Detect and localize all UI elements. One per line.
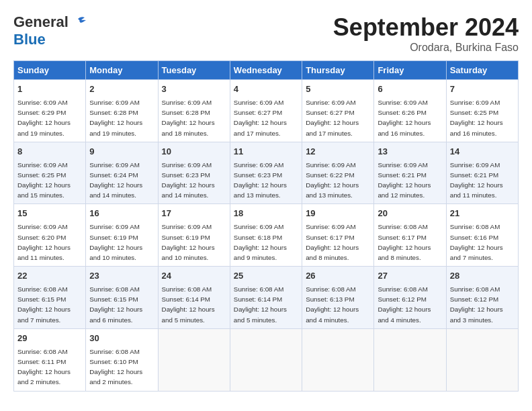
calendar-body: 1Sunrise: 6:09 AMSunset: 6:29 PMDaylight…: [14, 80, 519, 392]
weekday-header: Wednesday: [230, 61, 302, 80]
calendar-week-row: 15Sunrise: 6:09 AMSunset: 6:20 PMDayligh…: [14, 204, 519, 267]
weekday-header: Tuesday: [158, 61, 230, 80]
weekday-header: Thursday: [302, 61, 374, 80]
logo-bird-icon: [71, 16, 86, 28]
day-number: 30: [89, 332, 154, 345]
calendar-cell: 20Sunrise: 6:08 AMSunset: 6:17 PMDayligh…: [374, 204, 446, 267]
calendar-cell: 14Sunrise: 6:09 AMSunset: 6:21 PMDayligh…: [446, 142, 518, 204]
page-header: General Blue September 2024 Orodara, Bur…: [13, 13, 519, 54]
day-number: 16: [89, 208, 154, 220]
logo-general-text: General: [13, 13, 69, 31]
day-number: 26: [306, 270, 370, 283]
day-info: Sunrise: 6:09 AMSunset: 6:24 PMDaylight:…: [89, 161, 142, 199]
calendar-cell: 19Sunrise: 6:09 AMSunset: 6:17 PMDayligh…: [302, 204, 374, 267]
calendar-header-row: SundayMondayTuesdayWednesdayThursdayFrid…: [14, 61, 519, 80]
calendar-cell: 16Sunrise: 6:09 AMSunset: 6:19 PMDayligh…: [86, 204, 158, 267]
day-info: Sunrise: 6:08 AMSunset: 6:15 PMDaylight:…: [17, 285, 71, 324]
day-number: 9: [89, 146, 154, 158]
day-number: 11: [234, 146, 298, 158]
day-info: Sunrise: 6:09 AMSunset: 6:27 PMDaylight:…: [306, 99, 359, 137]
day-info: Sunrise: 6:09 AMSunset: 6:28 PMDaylight:…: [162, 99, 215, 137]
day-info: Sunrise: 6:09 AMSunset: 6:23 PMDaylight:…: [162, 161, 215, 199]
day-info: Sunrise: 6:08 AMSunset: 6:15 PMDaylight:…: [89, 285, 142, 324]
day-info: Sunrise: 6:09 AMSunset: 6:26 PMDaylight:…: [378, 99, 431, 137]
calendar-cell: 27Sunrise: 6:08 AMSunset: 6:12 PMDayligh…: [374, 267, 446, 329]
day-number: 27: [378, 270, 442, 283]
day-info: Sunrise: 6:09 AMSunset: 6:21 PMDaylight:…: [378, 161, 431, 199]
calendar-cell: 26Sunrise: 6:08 AMSunset: 6:13 PMDayligh…: [302, 267, 374, 329]
day-number: 12: [306, 146, 370, 158]
calendar-cell: 18Sunrise: 6:09 AMSunset: 6:18 PMDayligh…: [230, 204, 302, 267]
day-number: 19: [306, 208, 370, 220]
day-number: 21: [450, 208, 515, 220]
day-info: Sunrise: 6:09 AMSunset: 6:21 PMDaylight:…: [450, 161, 503, 199]
calendar-cell: 6Sunrise: 6:09 AMSunset: 6:26 PMDaylight…: [374, 80, 446, 142]
calendar-table: SundayMondayTuesdayWednesdayThursdayFrid…: [13, 60, 519, 392]
day-number: 13: [378, 146, 442, 158]
calendar-cell: 9Sunrise: 6:09 AMSunset: 6:24 PMDaylight…: [86, 142, 158, 204]
day-number: 4: [234, 83, 298, 96]
logo-blue-text: Blue: [13, 31, 46, 48]
day-info: Sunrise: 6:08 AMSunset: 6:12 PMDaylight:…: [378, 285, 431, 324]
day-info: Sunrise: 6:09 AMSunset: 6:22 PMDaylight:…: [306, 161, 359, 199]
day-number: 20: [378, 208, 442, 220]
day-number: 7: [450, 83, 515, 96]
calendar-week-row: 8Sunrise: 6:09 AMSunset: 6:25 PMDaylight…: [14, 142, 519, 204]
calendar-cell: [374, 328, 446, 391]
day-number: 5: [306, 83, 370, 96]
calendar-cell: 15Sunrise: 6:09 AMSunset: 6:20 PMDayligh…: [14, 204, 86, 267]
title-area: September 2024 Orodara, Burkina Faso: [333, 13, 519, 54]
calendar-cell: 8Sunrise: 6:09 AMSunset: 6:25 PMDaylight…: [14, 142, 86, 204]
day-number: 15: [17, 208, 82, 220]
day-info: Sunrise: 6:09 AMSunset: 6:19 PMDaylight:…: [89, 223, 142, 261]
calendar-cell: [158, 328, 230, 391]
day-number: 8: [17, 146, 82, 158]
month-title: September 2024: [333, 13, 519, 42]
day-info: Sunrise: 6:09 AMSunset: 6:18 PMDaylight:…: [234, 223, 287, 261]
calendar-cell: 2Sunrise: 6:09 AMSunset: 6:28 PMDaylight…: [86, 80, 158, 142]
day-info: Sunrise: 6:09 AMSunset: 6:29 PMDaylight:…: [17, 99, 71, 137]
day-info: Sunrise: 6:09 AMSunset: 6:17 PMDaylight:…: [306, 223, 359, 261]
weekday-header: Friday: [374, 61, 446, 80]
day-info: Sunrise: 6:09 AMSunset: 6:25 PMDaylight:…: [17, 161, 71, 199]
day-number: 1: [17, 83, 82, 96]
day-info: Sunrise: 6:09 AMSunset: 6:19 PMDaylight:…: [162, 223, 215, 261]
calendar-week-row: 22Sunrise: 6:08 AMSunset: 6:15 PMDayligh…: [14, 267, 519, 329]
calendar-cell: 17Sunrise: 6:09 AMSunset: 6:19 PMDayligh…: [158, 204, 230, 267]
calendar-cell: 22Sunrise: 6:08 AMSunset: 6:15 PMDayligh…: [14, 267, 86, 329]
calendar-week-row: 29Sunrise: 6:08 AMSunset: 6:11 PMDayligh…: [14, 328, 519, 391]
day-number: 18: [234, 208, 298, 220]
day-info: Sunrise: 6:08 AMSunset: 6:11 PMDaylight:…: [17, 348, 71, 386]
day-number: 2: [89, 83, 154, 96]
day-number: 17: [162, 208, 226, 220]
weekday-header: Sunday: [14, 61, 86, 80]
day-info: Sunrise: 6:09 AMSunset: 6:20 PMDaylight:…: [17, 223, 71, 261]
day-info: Sunrise: 6:09 AMSunset: 6:25 PMDaylight:…: [450, 99, 503, 137]
day-number: 28: [450, 270, 515, 283]
day-number: 6: [378, 83, 442, 96]
calendar-cell: 23Sunrise: 6:08 AMSunset: 6:15 PMDayligh…: [86, 267, 158, 329]
calendar-cell: 29Sunrise: 6:08 AMSunset: 6:11 PMDayligh…: [14, 328, 86, 391]
calendar-cell: 3Sunrise: 6:09 AMSunset: 6:28 PMDaylight…: [158, 80, 230, 142]
day-number: 14: [450, 146, 515, 158]
calendar-cell: 4Sunrise: 6:09 AMSunset: 6:27 PMDaylight…: [230, 80, 302, 142]
calendar-cell: 24Sunrise: 6:08 AMSunset: 6:14 PMDayligh…: [158, 267, 230, 329]
calendar-cell: 5Sunrise: 6:09 AMSunset: 6:27 PMDaylight…: [302, 80, 374, 142]
calendar-cell: [446, 328, 518, 391]
weekday-header: Saturday: [446, 61, 518, 80]
day-number: 25: [234, 270, 298, 283]
day-info: Sunrise: 6:08 AMSunset: 6:14 PMDaylight:…: [162, 285, 215, 324]
day-info: Sunrise: 6:08 AMSunset: 6:12 PMDaylight:…: [450, 285, 503, 324]
calendar-cell: 10Sunrise: 6:09 AMSunset: 6:23 PMDayligh…: [158, 142, 230, 204]
calendar-cell: 7Sunrise: 6:09 AMSunset: 6:25 PMDaylight…: [446, 80, 518, 142]
calendar-cell: 11Sunrise: 6:09 AMSunset: 6:23 PMDayligh…: [230, 142, 302, 204]
day-number: 23: [89, 270, 154, 283]
day-number: 3: [162, 83, 226, 96]
day-info: Sunrise: 6:09 AMSunset: 6:28 PMDaylight:…: [89, 99, 142, 137]
day-number: 29: [17, 332, 82, 345]
day-number: 22: [17, 270, 82, 283]
logo: General Blue: [13, 13, 86, 48]
calendar-week-row: 1Sunrise: 6:09 AMSunset: 6:29 PMDaylight…: [14, 80, 519, 142]
day-number: 10: [162, 146, 226, 158]
calendar-cell: 30Sunrise: 6:08 AMSunset: 6:10 PMDayligh…: [86, 328, 158, 391]
